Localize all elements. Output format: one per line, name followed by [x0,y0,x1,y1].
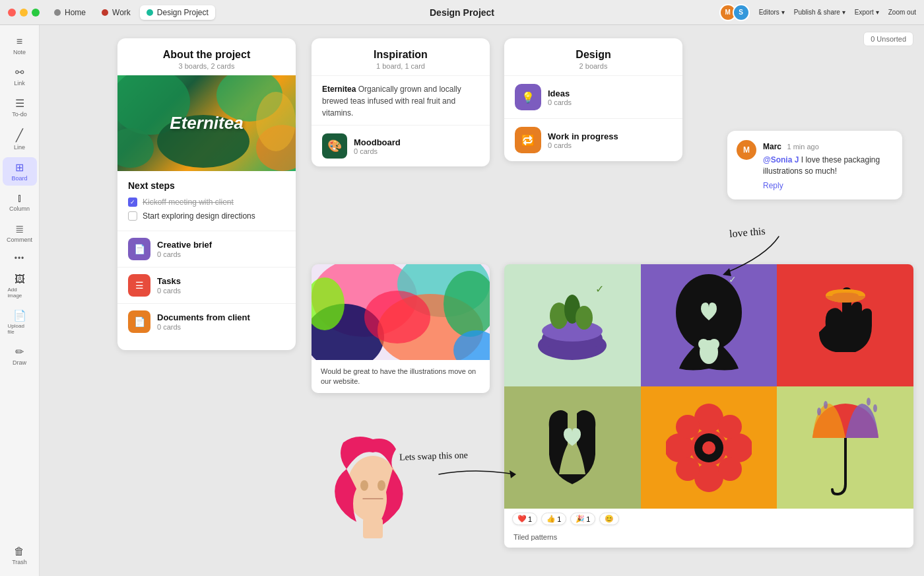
documents-name: Documents from client [157,312,250,322]
comment-avatar: M [737,140,756,160]
sidebar-item-trash[interactable]: 🗑 Trash [7,542,32,569]
comment-meta: Marc 1 min ago [763,140,893,152]
checkbox-unchecked-1[interactable] [128,211,137,221]
publish-share-button[interactable]: Publish & share ▾ [794,9,845,16]
next-steps-section: Next steps Kickoff meeting with client S… [117,171,296,231]
thumbsup-count: 1 [557,515,561,523]
svg-point-34 [676,415,700,439]
design-card[interactable]: Design 2 boards 💡 Ideas 0 cards 🔁 Work i… [504,38,682,161]
zoom-out-button[interactable]: Zoom out [888,9,916,16]
sidebar-item-board[interactable]: ⊞ Board [3,157,37,186]
sidebar-item-more[interactable]: ••• [3,250,37,267]
wip-name: Work in progress [548,131,618,141]
svg-point-44 [867,398,871,406]
hand-svg [536,395,609,501]
zoom-out-label: Zoom out [888,9,916,16]
flower-svg [666,395,752,501]
unsorted-badge[interactable]: 0 Unsorted [863,32,913,46]
sidebar-label-uploadfile: Upload file [8,323,32,335]
annotation-swap: Lets swap this one [399,450,468,463]
moodboard-info: Moodboard 0 cards [354,137,401,155]
inspiration-brand: Eternitea [322,85,356,94]
tab-bar: Home Work Design Project [48,5,215,20]
about-image-inner: Eternitea [117,75,296,171]
line-icon: ╱ [16,128,23,143]
tab-home[interactable]: Home [48,5,92,20]
svg-point-46 [360,480,368,491]
traffic-lights [8,9,40,17]
tab-home-label: Home [65,8,86,17]
trash-icon: 🗑 [14,546,24,558]
publish-share-label: Publish & share [794,9,840,16]
tab-design-project[interactable]: Design Project [140,5,215,20]
sidebar-item-uploadfile[interactable]: 📄 Upload file [3,305,37,339]
sidebar-item-comment[interactable]: ≣ Comment [3,219,37,247]
svg-point-35 [718,415,742,439]
board-item-documents[interactable]: 📄 Documents from client 0 cards [117,303,296,340]
sidebar-item-note[interactable]: ≡ Note [3,32,37,59]
inspiration-card[interactable]: Inspiration 1 board, 1 card Eternitea Or… [312,38,490,166]
board-item-creative-brief[interactable]: 📄 Creative brief 0 cards [117,231,296,267]
sidebar-label-note: Note [13,49,26,55]
moodboard-icon: 🎨 [322,133,347,159]
checkbox-checked-0[interactable] [128,198,137,207]
illustration-image [312,264,490,360]
tasks-count: 0 cards [157,287,181,295]
brand-text: Eternitea [170,113,243,133]
illustration-card: Would be great to have the illustrations… [312,264,490,393]
hand-bowl-svg [806,273,885,378]
titlebar-right: M S Editors ▾ Publish & share ▾ Export ▾… [719,4,916,21]
annotation-love-this: love this [729,225,766,240]
ideas-icon: 💡 [515,84,541,110]
reaction-heart[interactable]: ❤️ 1 [512,513,537,525]
editors-button[interactable]: Editors ▾ [759,9,785,16]
sidebar-item-link[interactable]: ⚯ Link [3,62,37,90]
sidebar-item-addimage[interactable]: 🖼 Add image [3,270,37,303]
task-item-0[interactable]: Kickoff meeting with client [128,198,285,207]
close-button[interactable] [8,9,16,17]
maximize-button[interactable] [32,9,40,17]
sidebar-item-line[interactable]: ╱ Line [3,124,37,155]
reaction-thumbsup[interactable]: 👍 1 [541,513,566,525]
about-title: About the project [128,49,285,61]
minimize-button[interactable] [20,9,28,17]
inspiration-moodboard-item[interactable]: 🎨 Moodboard 0 cards [312,125,490,166]
comment-time: 1 min ago [787,143,818,151]
bowl-svg: ✓ [533,279,612,372]
about-card[interactable]: About the project 3 boards, 2 cards Eter… [117,38,296,350]
ideas-count: 0 cards [548,98,572,106]
svg-point-41 [817,408,821,415]
sidebar-label-comment: Comment [7,236,32,243]
comment-card: M Marc 1 min ago @Sonia J I love these p… [727,131,902,199]
export-button[interactable]: Export ▾ [855,9,879,16]
sidebar-item-draw[interactable]: ✏ Draw [3,342,37,370]
reaction-smile[interactable]: 😊 [599,513,619,525]
task-item-1[interactable]: Start exploring design directions [128,211,285,221]
tasks-name: Tasks [157,276,181,286]
design-wip-item[interactable]: 🔁 Work in progress 0 cards [504,118,682,161]
tasks-info: Tasks 0 cards [157,276,181,295]
sidebar-item-todo[interactable]: ☰ To-do [3,93,37,122]
comment-icon: ≣ [15,223,24,235]
titlebar: Home Work Design Project Design Project … [0,0,924,25]
design-ideas-item[interactable]: 💡 Ideas 0 cards [504,75,682,118]
sidebar-item-column[interactable]: ⫿ Column [3,188,37,216]
link-icon: ⚯ [15,66,24,79]
svg-point-39 [702,441,715,454]
sidebar-label-board: Board [11,175,27,182]
reaction-party[interactable]: 🎉 1 [570,513,595,525]
documents-count: 0 cards [157,323,250,331]
board-item-tasks[interactable]: ☰ Tasks 0 cards [117,267,296,303]
tab-work[interactable]: Work [95,5,137,20]
inspiration-subtitle: 1 board, 1 card [322,62,479,70]
svg-point-42 [824,401,828,409]
addimage-icon: 🖼 [15,273,25,285]
task-label-0: Kickoff meeting with client [143,198,234,207]
design-header: Design 2 boards [504,38,682,75]
art-cell-6 [777,386,913,509]
comment-reply-button[interactable]: Reply [763,181,893,190]
inspiration-title: Inspiration [322,49,479,61]
moodboard-count: 0 cards [354,147,401,155]
design-title: Design [515,49,672,61]
about-subtitle: 3 boards, 2 cards [128,62,285,70]
